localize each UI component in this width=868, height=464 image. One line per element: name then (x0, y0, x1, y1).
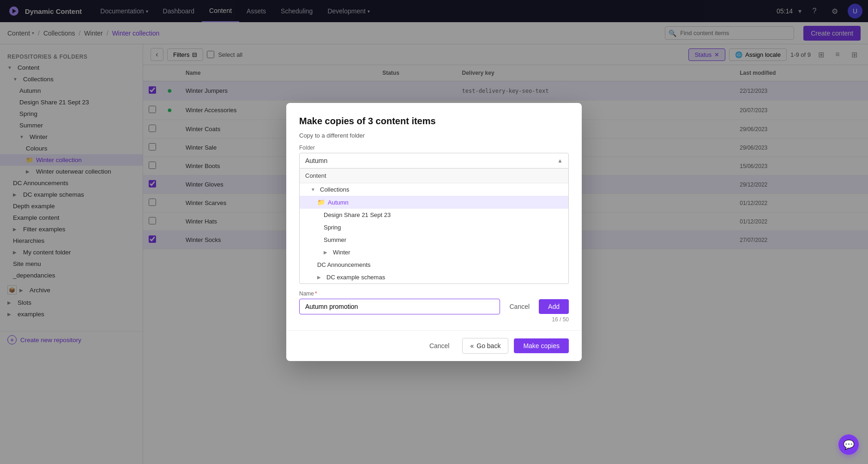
folder-field: Folder Autumn ▲ Content ▼ Collections (299, 145, 569, 284)
name-input[interactable] (299, 299, 500, 314)
toggle-icon: ▼ (311, 187, 317, 192)
toggle-icon: ▶ (317, 275, 324, 280)
folder-tree-item-autumn[interactable]: 📁 Autumn (300, 196, 568, 209)
folder-selected-value: Autumn (305, 157, 327, 164)
modal: Make copies of 3 content items Copy to a… (286, 103, 582, 361)
modal-footer: Cancel « Go back Make copies (286, 330, 582, 361)
folder-tree-label: Autumn (328, 199, 349, 206)
add-button[interactable]: Add (539, 299, 569, 314)
name-input-row: Cancel Add (299, 299, 569, 314)
modal-overlay[interactable]: Make copies of 3 content items Copy to a… (0, 0, 868, 464)
folder-tree-item-summer[interactable]: Summer (300, 234, 568, 246)
folder-tree-label: DC example schemas (326, 274, 385, 281)
folder-tree-label: Spring (324, 224, 341, 231)
modal-title: Make copies of 3 content items (299, 116, 569, 127)
modal-header: Make copies of 3 content items (286, 103, 582, 132)
folder-tree-item-spring[interactable]: Spring (300, 221, 568, 234)
folder-dropdown: Content ▼ Collections 📁 Autumn Design Sh… (299, 169, 569, 284)
make-copies-button[interactable]: Make copies (514, 338, 569, 353)
folder-tree-label: Collections (320, 186, 350, 193)
folder-tree-label: Winter (333, 249, 350, 256)
name-field-container: Name * Cancel Add 16 / 50 (299, 290, 569, 323)
chevron-up-icon: ▲ (557, 157, 563, 164)
go-back-button[interactable]: « Go back (462, 338, 508, 354)
folder-tree-content[interactable]: Content (300, 169, 568, 183)
name-char-count: 16 / 50 (299, 316, 569, 323)
name-field-label: Name * (299, 290, 569, 297)
folder-select-display[interactable]: Autumn ▲ (299, 153, 569, 169)
folder-tree-label: DC Announcements (317, 261, 371, 268)
modal-section-label: Copy to a different folder (299, 132, 569, 139)
folder-icon: 📁 (317, 199, 325, 206)
chat-bubble[interactable]: 💬 (838, 434, 859, 455)
folder-tree-label: Design Share 21 Sept 23 (324, 211, 391, 218)
folder-tree-label: Summer (324, 236, 346, 243)
folder-tree-item-depth-example[interactable]: Depth example (300, 283, 568, 284)
folder-tree-item-design-share[interactable]: Design Share 21 Sept 23 (300, 209, 568, 221)
folder-tree-item-winter[interactable]: ▶ Winter (300, 246, 568, 259)
name-required-marker: * (315, 290, 317, 297)
cancel-inline-button[interactable]: Cancel (504, 300, 535, 313)
go-back-label: Go back (476, 342, 500, 350)
folder-tree-item-dc-announcements[interactable]: DC Announcements (300, 259, 568, 271)
toggle-icon: ▶ (324, 250, 330, 255)
modal-body: Copy to a different folder Folder Autumn… (286, 132, 582, 330)
chevron-left-icon: « (470, 342, 474, 350)
folder-tree-item-dc-example-schemas[interactable]: ▶ DC example schemas (300, 271, 568, 283)
chat-icon: 💬 (843, 439, 855, 450)
folder-field-label: Folder (299, 145, 569, 151)
folder-tree-item-collections[interactable]: ▼ Collections (300, 183, 568, 196)
modal-cancel-button[interactable]: Cancel (422, 338, 457, 353)
